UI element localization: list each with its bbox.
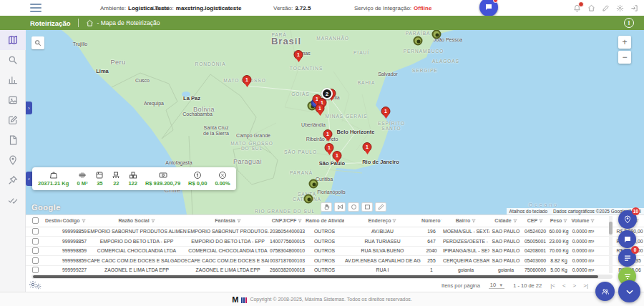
draw-polygon-tool[interactable]: [334, 202, 346, 212]
pan-hand-tool[interactable]: [321, 202, 332, 212]
routes-badge: 10: [632, 207, 640, 215]
map-marker-red-pin[interactable]: 1: [333, 151, 342, 160]
table-row[interactable]: 9999988599CAFE CAOC COM.DE DOCES E SALGA…: [26, 256, 644, 266]
logout-icon[interactable]: [630, 4, 638, 12]
column-header[interactable]: Peso: [548, 215, 570, 227]
total-package: 35: [95, 171, 104, 187]
table-cell: [44, 246, 62, 256]
sidebar-item-pushpin-icon[interactable]: [0, 170, 26, 190]
settings-gear-icon[interactable]: [616, 4, 624, 12]
map-marker-red-pin[interactable]: 1: [294, 50, 303, 59]
table-cell: EMPORIO SABORNUT PRODUTOS ALIMENTICIOS L…: [187, 227, 269, 237]
first-page-button[interactable]: |<: [550, 282, 555, 289]
column-header[interactable]: Cidade: [489, 215, 522, 227]
package-icon: [95, 171, 104, 179]
sidebar-item-search-icon[interactable]: [0, 50, 26, 70]
row-checkbox[interactable]: [32, 267, 39, 273]
edit-pencil-icon[interactable]: [602, 4, 610, 12]
row-checkbox[interactable]: [32, 228, 39, 235]
select-all-checkbox[interactable]: [32, 217, 39, 224]
chat-fab-top[interactable]: [479, 0, 498, 16]
map-marker-red-pin[interactable]: 1: [363, 142, 372, 152]
routes-fab[interactable]: 10: [618, 210, 637, 229]
sidebar-item-map-icon[interactable]: [0, 30, 26, 50]
table-settings-gears[interactable]: [29, 280, 42, 290]
column-header[interactable]: Destino: [44, 215, 62, 227]
table-cell: 0.0000 m³: [570, 237, 597, 247]
breadcrumb-home-icon[interactable]: [86, 19, 94, 27]
info-button[interactable]: !: [624, 18, 634, 28]
drivers-fab[interactable]: [595, 282, 615, 301]
totals-collapse-toggle[interactable]: ‹: [26, 172, 32, 186]
map-marker-red-pin[interactable]: 1: [381, 107, 391, 116]
zoom-in-button[interactable]: +: [618, 36, 631, 49]
prev-page-button[interactable]: <: [562, 282, 566, 289]
sidebar-item-file-icon[interactable]: [0, 130, 26, 150]
table-cell: IPIRANGA/SUL - SEXTA: [442, 246, 489, 256]
table-cell: 07583048000105: [269, 246, 305, 256]
customers-table[interactable]: DestinoCódigoRazão SocialFantasiaCNPJ/CP…: [26, 214, 644, 275]
table-row[interactable]: 9999988597EMPORIO SABORNUT PRODUTOS ALIM…: [26, 227, 644, 237]
next-page-button[interactable]: >: [573, 282, 577, 289]
table-cell: 255: [421, 256, 442, 266]
sidebar-item-check-double-icon[interactable]: [0, 190, 26, 210]
measure-pencil-tool[interactable]: [375, 202, 386, 212]
panel-expand-toggle[interactable]: ›: [26, 102, 32, 114]
total-value: 122: [128, 180, 137, 187]
column-header[interactable]: Fantasia: [187, 215, 269, 227]
sidebar-item-ranking-icon[interactable]: [0, 70, 26, 90]
sidebar-item-image-icon[interactable]: [0, 90, 26, 110]
column-header[interactable]: Endereço: [344, 215, 421, 227]
filter-icon: [623, 272, 632, 281]
percent-icon: [218, 171, 227, 179]
row-checkbox[interactable]: [32, 238, 39, 245]
list-fab[interactable]: 0: [618, 249, 636, 267]
table-row[interactable]: 9999988595COMERCIAL CHOCOLANDIA LTDACOME…: [26, 246, 644, 256]
column-header[interactable]: CNPJ/CPF: [269, 215, 305, 227]
table-cell: OUTROS: [305, 256, 344, 266]
table-cell: CERQUEIRA CESAR/OEST: [442, 256, 489, 266]
zoom-out-button[interactable]: −: [618, 51, 631, 64]
version-label: Versão:3.72.5: [273, 0, 311, 16]
vertical-scrollbar[interactable]: [609, 216, 613, 273]
notifications-bell-icon[interactable]: [573, 4, 581, 12]
hamburger-menu-icon[interactable]: [30, 4, 42, 12]
column-header[interactable]: Bairro: [442, 215, 489, 227]
keyboard-shortcuts-link[interactable]: Atalhos do teclado: [507, 208, 550, 214]
map-marker-red-pin[interactable]: 1: [316, 104, 325, 113]
last-page-button[interactable]: >|: [583, 282, 588, 289]
map-marker-red-pin[interactable]: 1: [323, 129, 333, 139]
copyright-text: Copyright © 2008-2025, Máxima Sistemas. …: [250, 297, 411, 302]
table-row[interactable]: 9999992278ZAGONEL E LIMA LTDA EPPZAGONEL…: [26, 265, 644, 275]
sidebar-item-edit-icon[interactable]: [0, 110, 26, 130]
table-cell: CAFE CAOC COM.DE DOCES E SALGADOS LTDA: [187, 256, 269, 266]
table-row[interactable]: 9999988579EMPORIO DO BETO LTDA - EPPEMPO…: [26, 237, 644, 247]
pallet-icon: [112, 171, 120, 179]
map-marker-green-dot[interactable]: [432, 30, 441, 39]
column-header[interactable]: Razão Social: [87, 215, 187, 227]
vscroll-thumb[interactable]: [609, 222, 613, 235]
draw-circle-tool[interactable]: [348, 202, 359, 212]
draw-rectangle-tool[interactable]: [361, 202, 373, 212]
page-size-select[interactable]: 10▼: [489, 282, 504, 289]
column-header[interactable]: Volume: [570, 215, 597, 227]
column-header[interactable]: Número: [421, 215, 442, 227]
map-marker-green-dot[interactable]: [414, 36, 423, 46]
map-marker-black-badge[interactable]: 2: [321, 88, 333, 99]
column-header[interactable]: Código: [62, 215, 87, 227]
table-cell: 60.00 Kg: [548, 227, 570, 237]
map-marker-red-pin[interactable]: 1: [325, 143, 334, 152]
sidebar-item-pin-icon[interactable]: [0, 150, 26, 170]
column-header[interactable]: CEP: [522, 215, 548, 227]
table-cell: EMPORIO DO BETO LTDA - EPP: [187, 237, 269, 247]
collapse-panel-fab[interactable]: [618, 280, 640, 302]
map-marker-red-pin[interactable]: 1: [243, 75, 252, 84]
map-marker-green-dot[interactable]: [304, 194, 313, 204]
map-marker-green-dot[interactable]: [309, 179, 318, 189]
row-checkbox[interactable]: [32, 247, 39, 254]
map-search-button[interactable]: [31, 36, 44, 49]
hscroll-thumb[interactable]: [33, 275, 598, 278]
column-header[interactable]: Ramo de Atividade: [305, 215, 344, 227]
home-icon[interactable]: [587, 4, 595, 12]
row-checkbox[interactable]: [32, 257, 39, 264]
